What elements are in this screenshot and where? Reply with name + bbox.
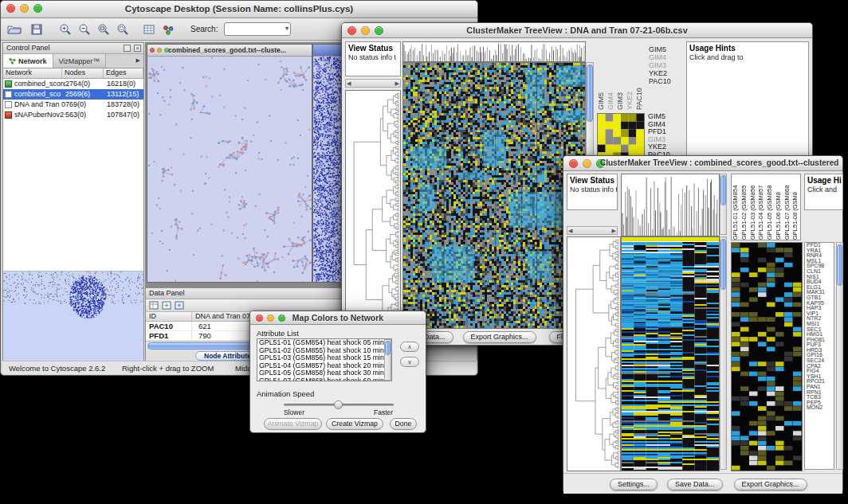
zoom-gene-labels: GIM5GIM4GIM3YKE2PAC10 [649,45,684,85]
settings-button[interactable]: Settings... [610,479,658,490]
column-header-nodes[interactable]: Nodes [62,68,104,78]
zoom-selected-icon [116,23,129,36]
row-id: PFD1 [146,331,192,340]
tab-vizmapper[interactable]: VizMapper™ [53,54,107,68]
save-session-button[interactable] [28,21,45,37]
rotated-array-label: GPL51-06 (GSM8 [775,174,783,240]
network-name: combined_sco [14,89,65,100]
gene-label[interactable]: MON2 [807,405,834,411]
attribute-item[interactable]: GPL51-07 (GSM868) heat shock 60 min [257,377,391,381]
export-graphics-button[interactable]: Export Graphics... [463,331,536,343]
gene-label[interactable]: PAC10 [649,77,684,85]
gene-label[interactable]: GIM5 [649,45,684,53]
float-panel-icon[interactable] [124,45,131,52]
rotated-array-label: GIM5 [597,41,607,110]
zoom-column-labels: GIM5GIM4GIM3YKE2PAC10 [597,41,646,110]
label-vscrollbar[interactable] [720,174,727,235]
zoom-selected-button[interactable] [114,21,132,37]
heatmap-zoom-canvas[interactable] [731,242,803,471]
attribute-browser-button[interactable] [140,21,158,37]
scroll-left-icon[interactable]: ◀ [568,228,572,234]
create-vizmap-button[interactable]: Create Vizmap [326,418,383,430]
zoom-in-icon [59,23,72,36]
view-status-box: View Status No status info t [567,174,618,210]
tab-overflow-button[interactable]: ▶ [133,54,143,68]
network-row[interactable]: sNAPuberNov2+563(0)107847(0) [3,110,143,120]
scroll-left-icon[interactable]: ◀ [347,80,351,87]
vscrollbar-thumb[interactable] [720,239,726,290]
gene-label[interactable]: GIM4 [649,53,684,61]
gene-dendrogram-canvas[interactable] [567,236,621,471]
scroll-right-icon[interactable]: ▶ [395,80,399,87]
done-button[interactable]: Done [390,418,417,430]
create-attribute-icon[interactable] [162,301,171,310]
attribute-batch-icon[interactable] [175,301,184,310]
gene-list-vscrollbar[interactable] [836,242,843,470]
treeview-dna-titlebar[interactable]: ClusterMaker TreeView : DNA and Tran 07-… [342,23,812,38]
gene-label[interactable]: YKE2 [649,69,684,77]
column-header-network[interactable]: Network [3,68,62,78]
heatmap-vscrollbar[interactable] [720,236,727,470]
attribute-listbox[interactable]: GPL51-01 (GSM854) heat shock 05 minGPL51… [257,338,392,381]
rotated-array-label: PAC10 [635,41,645,110]
correlation-matrix-canvas[interactable] [597,113,645,161]
network-row[interactable]: combined_sco2569(6)13112(15) [3,89,143,100]
vscrollbar-thumb[interactable] [385,341,391,355]
array-dendrogram-canvas[interactable] [402,41,586,62]
array-label-strip-canvas[interactable] [621,174,720,236]
network-row[interactable]: DNA and Tran 07769(0)183728(0) [3,100,143,110]
export-graphics-button[interactable]: Export Graphics... [734,479,807,490]
heatmap-global-canvas[interactable] [621,236,720,471]
network-edge-count: 183728(0) [107,100,143,110]
network-graph-canvas[interactable] [147,57,312,282]
cytoscape-titlebar[interactable]: Cytoscape Desktop (Session Name: collins… [1,1,477,18]
vizmapper-button[interactable] [159,21,177,37]
move-down-button[interactable]: ∨ [400,357,419,367]
slower-label: Slower [284,408,304,416]
folder-open-icon [7,24,22,35]
view-status-title: View Status [567,174,617,185]
zoom-in-button[interactable] [57,21,74,37]
network-row[interactable]: combined_scores2764(0)16218(0) [3,79,143,89]
treeview-combined-titlebar[interactable]: ClusterMaker TreeView : combined_scores_… [563,156,842,171]
frame-minimize-button[interactable] [157,48,162,53]
vscrollbar-thumb[interactable] [587,64,593,122]
zoom-fit-button[interactable] [95,21,112,37]
network-view-title: combined_scores_good.txt--cluste... [168,46,308,54]
frame-close-button[interactable] [150,48,155,53]
heatmap-global-canvas[interactable] [402,62,586,329]
search-label: Search: [190,25,218,33]
slider-thumb[interactable] [334,400,343,409]
tab-vizmapper-label: VizMapper™ [59,55,100,68]
listbox-vscrollbar[interactable] [384,339,391,381]
rotated-array-label: GIM3 [616,41,626,110]
network-node-count: 563(0) [65,110,107,120]
background-frame-titlebar[interactable] [313,45,345,57]
close-panel-icon[interactable]: × [134,45,141,52]
dendrogram-hscrollbar[interactable]: ◀▶ [345,79,401,88]
open-session-button[interactable] [6,21,23,37]
zoom-out-button[interactable] [76,21,93,37]
vscrollbar-thumb[interactable] [837,244,842,286]
vscrollbar-thumb[interactable] [720,175,726,205]
gene-dendrogram-canvas[interactable] [345,90,401,329]
birdseye-view[interactable] [3,271,143,361]
dense-network-canvas[interactable] [313,57,345,282]
animation-speed-slider[interactable] [284,404,394,406]
animate-vizmap-button[interactable]: Animate Vizmap [264,418,322,430]
network-view-titlebar[interactable]: combined_scores_good.txt--cluste... [147,45,312,57]
column-header-edges[interactable]: Edges [104,68,143,78]
select-attributes-icon[interactable] [149,301,159,310]
gene-label[interactable]: GIM3 [649,61,684,69]
search-input[interactable]: ▾ [224,22,291,36]
network-edge-count: 16218(0) [107,79,143,89]
chevron-down-icon[interactable]: ▾ [285,25,289,32]
view-status-box: View Status No status info t [345,41,401,76]
move-up-button[interactable]: ∧ [400,342,419,352]
scroll-right-icon[interactable]: ▶ [612,228,616,234]
dialog-titlebar[interactable]: Map Colors to Network [250,311,426,325]
column-header-id[interactable]: ID [146,312,192,321]
dendrogram-hscrollbar[interactable]: ◀▶ [567,226,618,235]
tab-network[interactable]: Network [3,54,53,68]
save-data-button[interactable]: Save Data... [667,479,723,490]
